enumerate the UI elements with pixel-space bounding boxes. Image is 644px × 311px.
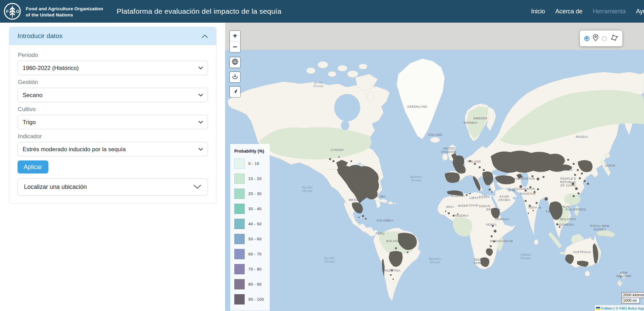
fao-logo[interactable]: F O Food and Agriculture Organization of…: [3, 2, 103, 22]
legend-range-label: 50 - 60: [248, 237, 261, 241]
ocean-label: IndianOcean: [520, 253, 531, 260]
attribution-separator: |: [613, 306, 614, 310]
map-canvas[interactable]: ArcticOceanPacificOceanPacificOceanAtlan…: [225, 23, 644, 311]
legend-row: 30 - 40: [234, 204, 267, 214]
fao-logo-text: Food and Agriculture Organization of the…: [26, 6, 103, 18]
field-label: Indicador: [18, 133, 208, 140]
locate-button[interactable]: [229, 86, 241, 98]
leaflet-attribution-link[interactable]: Folleto: [601, 306, 612, 310]
scale-imperial: 1000 mi: [622, 298, 640, 303]
locate-accordion[interactable]: Localizar una ubicación: [17, 178, 208, 196]
country-label: CUBA: [377, 195, 386, 198]
country-label: EGYPT: [479, 195, 490, 199]
legend-swatch: [234, 294, 245, 304]
legend-row: 10 - 20: [234, 174, 267, 184]
country-label: UNITEDKINGDOM: [441, 147, 457, 154]
country-label: SOMALIA: [495, 217, 510, 221]
nav-link[interactable]: Inicio: [531, 8, 545, 15]
world-map[interactable]: ArcticOceanPacificOceanPacificOceanAtlan…: [225, 23, 644, 311]
input-panel-title: Introducir datos: [17, 32, 62, 40]
field-select[interactable]: 1960-2022 (Histórico): [17, 61, 208, 75]
country-label: MEXICO: [349, 198, 361, 202]
country-label: KENYA: [486, 223, 496, 226]
input-panel-body: Periodo 1960-2022 (Histórico) Gestión Se…: [9, 45, 216, 203]
country-label: IRAN: [508, 189, 516, 192]
country-label: SUDAN: [479, 204, 490, 208]
legend-row: 80 - 90: [234, 279, 267, 289]
top-navbar: F O Food and Agriculture Organization of…: [0, 0, 644, 23]
field-select[interactable]: Estrés moderado inducido por la sequía: [17, 142, 208, 156]
legend-range-label: 90 - 100: [248, 297, 264, 301]
apply-button[interactable]: Aplicar: [17, 160, 48, 174]
legend-swatch: [234, 264, 245, 274]
form-group: Periodo 1960-2022 (Histórico): [17, 52, 208, 75]
svg-text:O: O: [16, 9, 19, 14]
download-button[interactable]: [229, 71, 241, 83]
locate-accordion-label: Localizar una ubicación: [24, 183, 87, 191]
country-label: BOLIVIA: [386, 239, 399, 243]
globe-reset-button[interactable]: [229, 57, 241, 68]
legend-swatch: [234, 219, 245, 229]
country-label: SAUDIARABIA: [499, 195, 511, 202]
field-select[interactable]: Secano: [17, 88, 208, 102]
legend-row: 50 - 60: [234, 234, 267, 244]
country-label: AUSTRALIA: [573, 250, 591, 254]
legend-swatch: [234, 204, 245, 214]
legend-swatch: [234, 279, 245, 289]
ocean-label: ArcticOcean: [313, 81, 324, 88]
zoom-in-button[interactable]: +: [230, 31, 240, 41]
country-label: PERU: [376, 232, 385, 235]
country-label: RUSSIA: [576, 135, 588, 139]
country-label: PAKISTAN: [520, 192, 536, 195]
legend-range-label: 70 - 80: [248, 267, 261, 271]
polygon-icon: [610, 34, 618, 43]
nav-link[interactable]: Ayuda: [636, 8, 644, 15]
legend-row: 20 - 30: [234, 189, 267, 199]
country-label: CHAD: [469, 204, 478, 207]
marker-mode-radio[interactable]: [584, 36, 589, 41]
country-label: MALI: [446, 205, 454, 208]
input-panel-header[interactable]: Introducir datos: [9, 27, 216, 45]
country-label: CANADA: [330, 148, 344, 152]
globe-icon: [232, 58, 238, 67]
chevron-down-icon: [193, 183, 201, 191]
legend-swatch: [234, 174, 245, 184]
country-label: NIGER: [458, 204, 468, 207]
ocean-label: AtlanticOcean: [410, 175, 422, 182]
zoom-out-button[interactable]: −: [230, 41, 240, 52]
country-label: COLOMBIA: [376, 219, 394, 222]
legend-row: 0 - 10: [234, 158, 267, 169]
polygon-mode-radio[interactable]: [602, 36, 607, 41]
country-label: LIBYA: [470, 196, 479, 200]
country-label: MONGOLIA: [555, 168, 573, 171]
nav-link[interactable]: Herramienta: [593, 8, 625, 15]
selection-mode-toggle: [580, 31, 622, 46]
country-label: INDONESIA: [557, 223, 574, 226]
legend-title: Probability (%): [234, 149, 267, 154]
legend-range-label: 40 - 50: [248, 222, 261, 226]
country-label: JAPAN: [605, 164, 615, 167]
ocean-label: PacificOcean: [324, 256, 336, 263]
svg-text:F: F: [6, 9, 9, 14]
legend-swatch: [234, 189, 245, 199]
download-icon: [232, 73, 238, 81]
map-legend: Probability (%) 0 - 10 10 - 20 20 - 30 3…: [230, 144, 270, 311]
nav-link[interactable]: Acerca de: [555, 8, 583, 15]
legend-swatch: [234, 234, 245, 244]
country-label: ARGENTINA: [382, 269, 401, 272]
fao-attribution-link[interactable]: © FAO Aviso legal: [616, 306, 644, 310]
fao-logo-icon: F O: [3, 2, 21, 22]
legend-range-label: 30 - 40: [248, 207, 261, 211]
country-label: GREENLAND: [407, 105, 427, 108]
country-label: POLAND: [468, 160, 481, 163]
country-label: ALGERIA: [450, 194, 465, 198]
country-label: VIETNAM: [555, 205, 570, 208]
country-label: ICELAND: [428, 133, 442, 136]
legend-range-label: 80 - 90: [248, 282, 261, 286]
legend-classes: 0 - 10 10 - 20 20 - 30 30 - 40 40 - 50 5…: [234, 158, 267, 304]
legend-row: 90 - 100: [234, 294, 267, 304]
field-label: Cultivo: [18, 106, 208, 113]
field-select[interactable]: Trigo: [17, 115, 208, 129]
country-label: NORWAY: [464, 121, 478, 124]
legend-swatch: [234, 158, 245, 169]
